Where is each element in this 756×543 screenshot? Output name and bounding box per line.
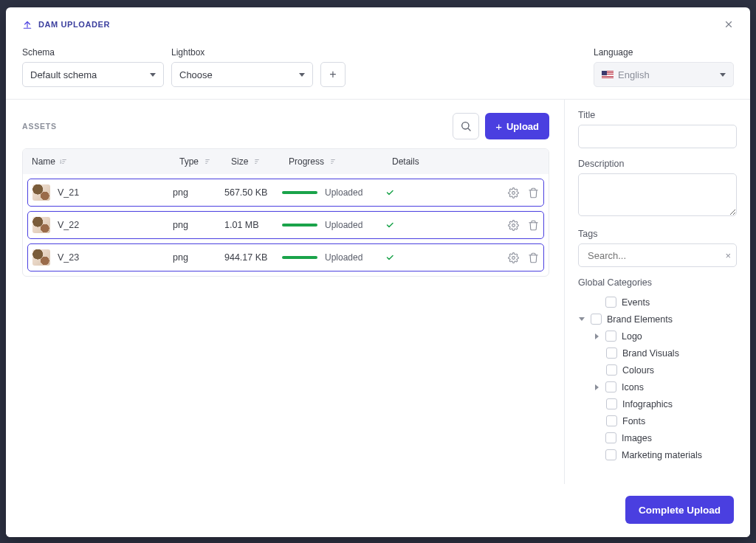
title-field-group: Title bbox=[578, 110, 737, 148]
table-row[interactable]: V_22 png 1.01 MB Uploaded bbox=[27, 211, 544, 239]
progress-bar bbox=[282, 256, 317, 259]
categories-label: Global Categories bbox=[578, 277, 737, 288]
checkbox[interactable] bbox=[605, 331, 616, 342]
check-icon bbox=[385, 188, 437, 197]
description-input[interactable] bbox=[578, 173, 737, 216]
check-icon bbox=[385, 221, 437, 229]
expand-icon[interactable] bbox=[593, 333, 600, 339]
modal-footer: Complete Upload bbox=[6, 484, 750, 537]
settings-icon[interactable] bbox=[508, 220, 519, 231]
category-label: Infographics bbox=[622, 399, 673, 409]
search-button[interactable] bbox=[453, 113, 479, 139]
settings-icon[interactable] bbox=[508, 187, 519, 198]
checkbox[interactable] bbox=[605, 432, 616, 443]
assets-panel: ASSETS + Upload Name bbox=[6, 100, 564, 484]
category-item[interactable]: Logo bbox=[593, 328, 737, 345]
column-name[interactable]: Name bbox=[32, 156, 179, 167]
language-value: English bbox=[618, 69, 650, 80]
asset-type: png bbox=[173, 252, 224, 263]
asset-name: V_22 bbox=[58, 220, 79, 230]
flag-icon bbox=[602, 71, 614, 79]
complete-upload-button[interactable]: Complete Upload bbox=[625, 496, 734, 524]
sort-icon bbox=[329, 158, 336, 165]
assets-section-title: ASSETS bbox=[22, 122, 57, 131]
language-filter: Language English bbox=[594, 47, 734, 87]
filters-row: Schema Default schema Lightbox Choose + … bbox=[6, 41, 750, 100]
category-label: Icons bbox=[622, 382, 644, 392]
header-title-group: DAM UPLOADER bbox=[22, 19, 110, 30]
chevron-down-icon bbox=[299, 73, 305, 77]
svg-point-1 bbox=[512, 191, 515, 194]
delete-icon[interactable] bbox=[528, 220, 539, 231]
checkbox[interactable] bbox=[605, 297, 616, 308]
asset-name: V_23 bbox=[58, 252, 79, 263]
tags-field-group: Tags × bbox=[578, 229, 737, 267]
settings-icon[interactable] bbox=[508, 252, 519, 263]
asset-size: 944.17 KB bbox=[224, 252, 282, 263]
column-size[interactable]: Size bbox=[231, 156, 289, 167]
checkbox[interactable] bbox=[606, 347, 617, 359]
category-item[interactable]: Brand Elements bbox=[578, 311, 737, 328]
assets-header: ASSETS + Upload bbox=[22, 108, 549, 148]
title-input[interactable] bbox=[578, 125, 737, 148]
language-select[interactable]: English bbox=[594, 62, 734, 87]
upload-status: Uploaded bbox=[325, 220, 362, 230]
category-label: Marketing materials bbox=[622, 450, 702, 460]
delete-icon[interactable] bbox=[528, 187, 539, 198]
chevron-down-icon bbox=[150, 73, 156, 77]
category-item[interactable]: Brand Visuals bbox=[606, 345, 737, 362]
table-header: Name Type Size Progress bbox=[23, 149, 549, 174]
delete-icon[interactable] bbox=[528, 252, 539, 263]
column-type[interactable]: Type bbox=[179, 156, 231, 167]
svg-point-0 bbox=[462, 122, 469, 129]
checkbox[interactable] bbox=[606, 364, 617, 376]
category-item[interactable]: Fonts bbox=[606, 412, 737, 429]
clear-icon[interactable]: × bbox=[725, 250, 731, 261]
lightbox-select[interactable]: Choose bbox=[171, 62, 313, 87]
close-button[interactable] bbox=[721, 16, 737, 32]
lightbox-label: Lightbox bbox=[171, 47, 313, 58]
sort-icon bbox=[203, 158, 210, 165]
lightbox-filter: Lightbox Choose bbox=[171, 47, 313, 87]
title-label: Title bbox=[578, 110, 737, 120]
language-label: Language bbox=[594, 47, 734, 58]
column-progress[interactable]: Progress bbox=[289, 156, 392, 167]
category-item[interactable]: Images bbox=[593, 429, 737, 446]
checkbox[interactable] bbox=[606, 398, 617, 409]
modal-title: DAM UPLOADER bbox=[38, 20, 110, 29]
checkbox[interactable] bbox=[591, 314, 602, 325]
tags-input[interactable] bbox=[578, 243, 737, 267]
schema-select[interactable]: Default schema bbox=[22, 62, 164, 87]
schema-value: Default schema bbox=[30, 69, 97, 80]
svg-point-3 bbox=[512, 256, 515, 259]
thumbnail bbox=[32, 249, 50, 266]
checkbox[interactable] bbox=[606, 415, 617, 426]
category-label: Logo bbox=[622, 331, 642, 342]
svg-point-2 bbox=[512, 224, 515, 226]
asset-size: 1.01 MB bbox=[224, 220, 282, 230]
categories-group: Global Categories Events Brand Elements bbox=[578, 277, 737, 463]
assets-table: Name Type Size Progress bbox=[22, 148, 549, 277]
checkbox[interactable] bbox=[605, 449, 616, 460]
upload-button-label: Upload bbox=[506, 121, 539, 132]
upload-button[interactable]: + Upload bbox=[485, 113, 549, 139]
table-row[interactable]: V_23 png 944.17 KB Uploaded bbox=[27, 243, 544, 272]
categories-tree: Events Brand Elements Logo Brand bbox=[578, 294, 737, 463]
chevron-down-icon bbox=[720, 73, 726, 77]
add-lightbox-button[interactable]: + bbox=[320, 62, 346, 87]
category-item[interactable]: Events bbox=[593, 294, 737, 311]
expand-icon[interactable] bbox=[593, 384, 600, 390]
category-item[interactable]: Infographics bbox=[606, 395, 737, 412]
table-body: V_21 png 567.50 KB Uploaded bbox=[23, 174, 549, 276]
collapse-icon[interactable] bbox=[578, 317, 585, 321]
category-item[interactable]: Marketing materials bbox=[593, 446, 737, 463]
column-details: Details bbox=[392, 156, 540, 167]
checkbox[interactable] bbox=[605, 381, 616, 392]
category-item[interactable]: Icons bbox=[593, 378, 737, 395]
asset-type: png bbox=[173, 220, 224, 230]
description-label: Description bbox=[578, 159, 737, 169]
asset-type: png bbox=[173, 187, 224, 198]
category-item[interactable]: Colours bbox=[606, 362, 737, 378]
progress-bar bbox=[282, 224, 317, 226]
table-row[interactable]: V_21 png 567.50 KB Uploaded bbox=[27, 179, 544, 207]
